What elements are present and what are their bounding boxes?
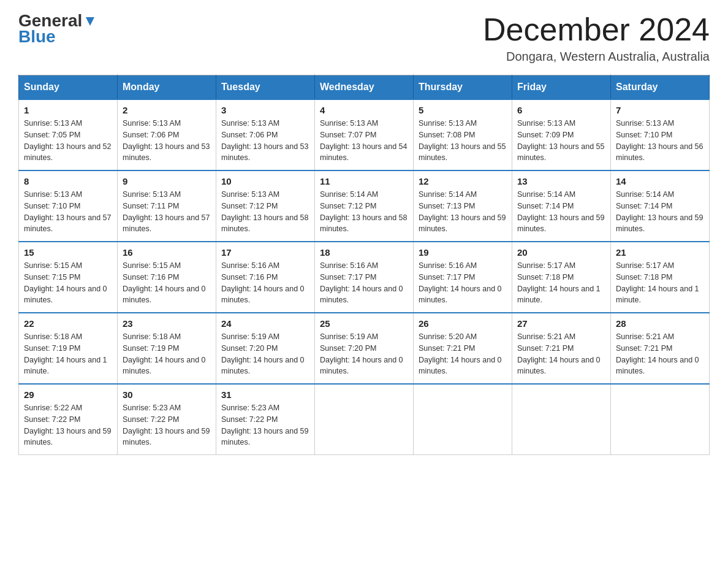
col-wednesday: Wednesday bbox=[315, 75, 414, 100]
day-info: Sunrise: 5:22 AMSunset: 7:22 PMDaylight:… bbox=[24, 402, 112, 448]
day-info: Sunrise: 5:13 AMSunset: 7:06 PMDaylight:… bbox=[123, 118, 211, 164]
calendar-cell: 15Sunrise: 5:15 AMSunset: 7:15 PMDayligh… bbox=[19, 242, 118, 313]
day-number: 31 bbox=[221, 389, 309, 400]
calendar-table: Sunday Monday Tuesday Wednesday Thursday… bbox=[18, 75, 710, 455]
day-number: 30 bbox=[123, 389, 211, 400]
day-number: 7 bbox=[616, 105, 704, 115]
calendar-cell: 4Sunrise: 5:13 AMSunset: 7:07 PMDaylight… bbox=[315, 99, 414, 170]
month-title: December 2024 bbox=[483, 12, 710, 47]
day-info: Sunrise: 5:18 AMSunset: 7:19 PMDaylight:… bbox=[123, 331, 211, 377]
calendar-cell: 27Sunrise: 5:21 AMSunset: 7:21 PMDayligh… bbox=[512, 313, 611, 384]
calendar-cell: 28Sunrise: 5:21 AMSunset: 7:21 PMDayligh… bbox=[611, 313, 710, 384]
calendar-cell bbox=[315, 384, 414, 455]
day-info: Sunrise: 5:14 AMSunset: 7:13 PMDaylight:… bbox=[419, 189, 507, 235]
calendar-cell: 19Sunrise: 5:16 AMSunset: 7:17 PMDayligh… bbox=[414, 242, 512, 313]
calendar-cell: 14Sunrise: 5:14 AMSunset: 7:14 PMDayligh… bbox=[611, 170, 710, 242]
calendar-cell: 18Sunrise: 5:16 AMSunset: 7:17 PMDayligh… bbox=[315, 242, 414, 313]
day-number: 10 bbox=[221, 176, 309, 186]
day-info: Sunrise: 5:18 AMSunset: 7:19 PMDaylight:… bbox=[24, 331, 112, 377]
col-sunday: Sunday bbox=[19, 75, 118, 100]
location-title: Dongara, Western Australia, Australia bbox=[483, 50, 710, 64]
calendar-cell: 10Sunrise: 5:13 AMSunset: 7:12 PMDayligh… bbox=[216, 170, 315, 242]
col-tuesday: Tuesday bbox=[216, 75, 315, 100]
calendar-cell: 23Sunrise: 5:18 AMSunset: 7:19 PMDayligh… bbox=[118, 313, 216, 384]
calendar-cell: 11Sunrise: 5:14 AMSunset: 7:12 PMDayligh… bbox=[315, 170, 414, 242]
day-info: Sunrise: 5:17 AMSunset: 7:18 PMDaylight:… bbox=[517, 260, 605, 306]
calendar-week-row: 1Sunrise: 5:13 AMSunset: 7:05 PMDaylight… bbox=[19, 99, 710, 170]
calendar-cell: 16Sunrise: 5:15 AMSunset: 7:16 PMDayligh… bbox=[118, 242, 216, 313]
col-friday: Friday bbox=[512, 75, 611, 100]
day-info: Sunrise: 5:23 AMSunset: 7:22 PMDaylight:… bbox=[123, 402, 211, 448]
calendar-cell: 12Sunrise: 5:14 AMSunset: 7:13 PMDayligh… bbox=[414, 170, 512, 242]
day-number: 2 bbox=[123, 105, 211, 115]
logo: General Blue bbox=[18, 12, 97, 47]
calendar-week-row: 22Sunrise: 5:18 AMSunset: 7:19 PMDayligh… bbox=[19, 313, 710, 384]
day-info: Sunrise: 5:14 AMSunset: 7:14 PMDaylight:… bbox=[616, 189, 704, 235]
day-info: Sunrise: 5:13 AMSunset: 7:11 PMDaylight:… bbox=[123, 189, 211, 235]
calendar-cell: 20Sunrise: 5:17 AMSunset: 7:18 PMDayligh… bbox=[512, 242, 611, 313]
calendar-cell bbox=[414, 384, 512, 455]
day-number: 20 bbox=[517, 247, 605, 258]
calendar-cell: 25Sunrise: 5:19 AMSunset: 7:20 PMDayligh… bbox=[315, 313, 414, 384]
calendar-cell: 9Sunrise: 5:13 AMSunset: 7:11 PMDaylight… bbox=[118, 170, 216, 242]
calendar-week-row: 8Sunrise: 5:13 AMSunset: 7:10 PMDaylight… bbox=[19, 170, 710, 242]
day-info: Sunrise: 5:21 AMSunset: 7:21 PMDaylight:… bbox=[517, 331, 605, 377]
day-info: Sunrise: 5:19 AMSunset: 7:20 PMDaylight:… bbox=[320, 331, 408, 377]
title-block: December 2024 Dongara, Western Australia… bbox=[483, 12, 710, 64]
day-info: Sunrise: 5:16 AMSunset: 7:16 PMDaylight:… bbox=[221, 260, 309, 306]
col-saturday: Saturday bbox=[611, 75, 710, 100]
day-number: 25 bbox=[320, 318, 408, 329]
day-number: 1 bbox=[24, 105, 112, 115]
calendar-week-row: 29Sunrise: 5:22 AMSunset: 7:22 PMDayligh… bbox=[19, 384, 710, 455]
day-info: Sunrise: 5:14 AMSunset: 7:12 PMDaylight:… bbox=[320, 189, 408, 235]
day-info: Sunrise: 5:13 AMSunset: 7:10 PMDaylight:… bbox=[616, 118, 704, 164]
day-number: 23 bbox=[123, 318, 211, 329]
calendar-cell: 5Sunrise: 5:13 AMSunset: 7:08 PMDaylight… bbox=[414, 99, 512, 170]
day-info: Sunrise: 5:13 AMSunset: 7:06 PMDaylight:… bbox=[221, 118, 309, 164]
day-info: Sunrise: 5:21 AMSunset: 7:21 PMDaylight:… bbox=[616, 331, 704, 377]
logo-blue: Blue bbox=[18, 27, 56, 47]
calendar-cell: 30Sunrise: 5:23 AMSunset: 7:22 PMDayligh… bbox=[118, 384, 216, 455]
calendar-cell: 24Sunrise: 5:19 AMSunset: 7:20 PMDayligh… bbox=[216, 313, 315, 384]
day-info: Sunrise: 5:13 AMSunset: 7:07 PMDaylight:… bbox=[320, 118, 408, 164]
day-info: Sunrise: 5:16 AMSunset: 7:17 PMDaylight:… bbox=[419, 260, 507, 306]
day-number: 4 bbox=[320, 105, 408, 115]
calendar-cell bbox=[611, 384, 710, 455]
calendar-cell: 31Sunrise: 5:23 AMSunset: 7:22 PMDayligh… bbox=[216, 384, 315, 455]
day-number: 8 bbox=[24, 176, 112, 186]
calendar-cell: 26Sunrise: 5:20 AMSunset: 7:21 PMDayligh… bbox=[414, 313, 512, 384]
day-number: 13 bbox=[517, 176, 605, 186]
day-number: 28 bbox=[616, 318, 704, 329]
day-number: 16 bbox=[123, 247, 211, 258]
logo-arrow-icon bbox=[83, 15, 97, 28]
page-header: General Blue December 2024 Dongara, West… bbox=[18, 12, 710, 64]
calendar-cell: 29Sunrise: 5:22 AMSunset: 7:22 PMDayligh… bbox=[19, 384, 118, 455]
day-number: 24 bbox=[221, 318, 309, 329]
day-number: 22 bbox=[24, 318, 112, 329]
day-info: Sunrise: 5:20 AMSunset: 7:21 PMDaylight:… bbox=[419, 331, 507, 377]
day-number: 17 bbox=[221, 247, 309, 258]
day-number: 9 bbox=[123, 176, 211, 186]
col-monday: Monday bbox=[118, 75, 216, 100]
calendar-cell: 22Sunrise: 5:18 AMSunset: 7:19 PMDayligh… bbox=[19, 313, 118, 384]
day-number: 11 bbox=[320, 176, 408, 186]
calendar-cell: 1Sunrise: 5:13 AMSunset: 7:05 PMDaylight… bbox=[19, 99, 118, 170]
day-info: Sunrise: 5:15 AMSunset: 7:16 PMDaylight:… bbox=[123, 260, 211, 306]
day-info: Sunrise: 5:13 AMSunset: 7:09 PMDaylight:… bbox=[517, 118, 605, 164]
day-number: 27 bbox=[517, 318, 605, 329]
day-number: 6 bbox=[517, 105, 605, 115]
day-info: Sunrise: 5:13 AMSunset: 7:12 PMDaylight:… bbox=[221, 189, 309, 235]
col-thursday: Thursday bbox=[414, 75, 512, 100]
day-info: Sunrise: 5:17 AMSunset: 7:18 PMDaylight:… bbox=[616, 260, 704, 306]
day-number: 19 bbox=[419, 247, 507, 258]
day-number: 18 bbox=[320, 247, 408, 258]
calendar-cell: 21Sunrise: 5:17 AMSunset: 7:18 PMDayligh… bbox=[611, 242, 710, 313]
calendar-cell bbox=[512, 384, 611, 455]
day-number: 12 bbox=[419, 176, 507, 186]
day-info: Sunrise: 5:16 AMSunset: 7:17 PMDaylight:… bbox=[320, 260, 408, 306]
calendar-cell: 3Sunrise: 5:13 AMSunset: 7:06 PMDaylight… bbox=[216, 99, 315, 170]
calendar-cell: 13Sunrise: 5:14 AMSunset: 7:14 PMDayligh… bbox=[512, 170, 611, 242]
calendar-week-row: 15Sunrise: 5:15 AMSunset: 7:15 PMDayligh… bbox=[19, 242, 710, 313]
svg-marker-0 bbox=[86, 17, 94, 26]
calendar-cell: 7Sunrise: 5:13 AMSunset: 7:10 PMDaylight… bbox=[611, 99, 710, 170]
